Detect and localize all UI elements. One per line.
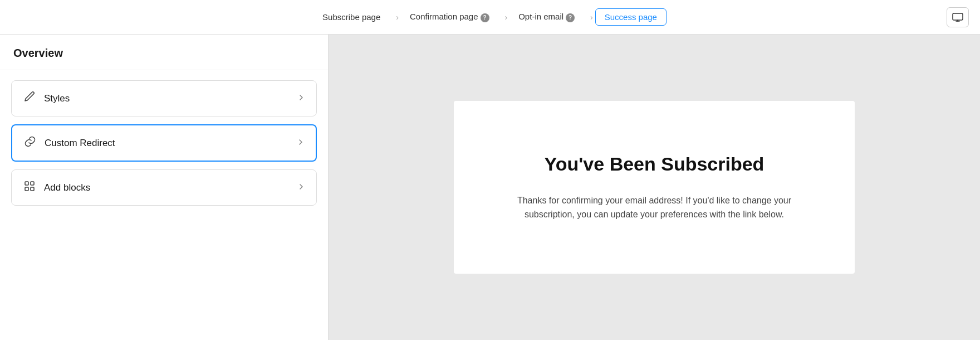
grid-icon bbox=[23, 180, 36, 195]
preview-body: Thanks for confirming your email address… bbox=[509, 193, 799, 222]
svg-rect-6 bbox=[31, 187, 34, 191]
svg-rect-0 bbox=[953, 13, 963, 20]
svg-rect-4 bbox=[31, 182, 34, 185]
nav-steps: Subscribe page›Confirmation page?›Opt-in… bbox=[313, 8, 667, 26]
sidebar-item-left-custom-redirect: Custom Redirect bbox=[23, 135, 115, 150]
sidebar-item-label-styles: Styles bbox=[44, 93, 70, 104]
monitor-icon bbox=[952, 13, 963, 22]
nav-step-subscribe: Subscribe page› bbox=[313, 9, 401, 25]
nav-step-label-optin[interactable]: Opt-in email? bbox=[509, 8, 584, 26]
nav-step-label-success[interactable]: Success page bbox=[595, 8, 667, 26]
help-icon-optin[interactable]: ? bbox=[566, 13, 575, 22]
sidebar-item-add-blocks[interactable]: Add blocks bbox=[11, 169, 317, 206]
sidebar-items: StylesCustom RedirectAdd blocks bbox=[0, 70, 328, 216]
nav-step-label-confirmation[interactable]: Confirmation page? bbox=[401, 8, 498, 26]
nav-step-success: Success page bbox=[595, 8, 667, 26]
sidebar-item-chevron-styles bbox=[297, 94, 305, 104]
main-content: Overview StylesCustom RedirectAdd blocks… bbox=[0, 35, 980, 340]
help-icon-confirmation[interactable]: ? bbox=[481, 13, 489, 22]
nav-step-confirmation: Confirmation page?› bbox=[401, 8, 509, 26]
sidebar-item-left-styles: Styles bbox=[23, 91, 70, 106]
nav-step-label-subscribe[interactable]: Subscribe page bbox=[313, 9, 389, 25]
preview-card: You've Been Subscribed Thanks for confir… bbox=[454, 101, 855, 274]
sidebar-title: Overview bbox=[0, 35, 328, 70]
nav-chevron-0: › bbox=[396, 13, 399, 22]
sidebar-item-chevron-custom-redirect bbox=[297, 138, 305, 148]
preview-title: You've Been Subscribed bbox=[545, 153, 765, 176]
nav-step-optin: Opt-in email?› bbox=[509, 8, 595, 26]
preview-area: You've Been Subscribed Thanks for confir… bbox=[329, 35, 980, 340]
sidebar-item-custom-redirect[interactable]: Custom Redirect bbox=[11, 124, 317, 162]
sidebar-item-label-add-blocks: Add blocks bbox=[44, 182, 90, 193]
sidebar-item-label-custom-redirect: Custom Redirect bbox=[45, 138, 115, 149]
sidebar-item-styles[interactable]: Styles bbox=[11, 80, 317, 116]
sidebar-item-chevron-add-blocks bbox=[297, 183, 305, 193]
sidebar: Overview StylesCustom RedirectAdd blocks bbox=[0, 35, 329, 340]
monitor-button[interactable] bbox=[947, 7, 969, 27]
sidebar-item-left-add-blocks: Add blocks bbox=[23, 180, 90, 195]
svg-rect-3 bbox=[25, 182, 28, 185]
pencil-icon bbox=[23, 91, 36, 106]
nav-chevron-1: › bbox=[505, 13, 508, 22]
nav-chevron-2: › bbox=[590, 13, 593, 22]
top-bar: Subscribe page›Confirmation page?›Opt-in… bbox=[0, 0, 980, 35]
svg-rect-5 bbox=[25, 187, 28, 191]
link-icon bbox=[23, 135, 37, 150]
